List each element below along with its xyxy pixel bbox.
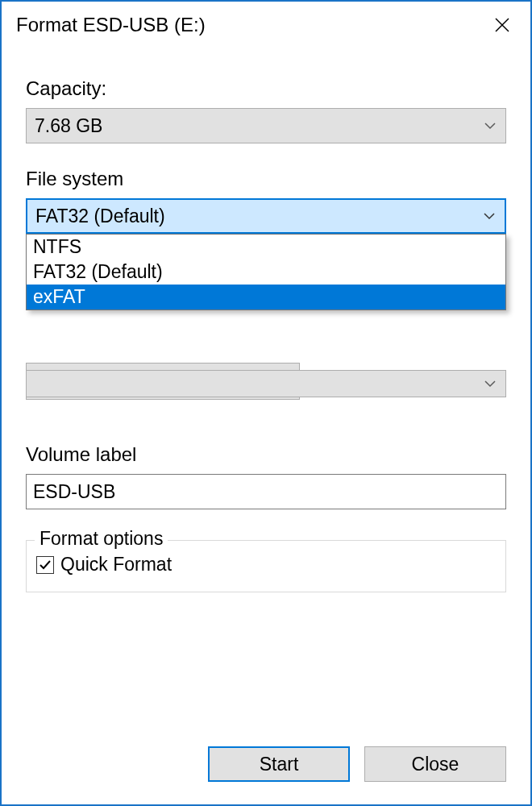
- format-dialog: Format ESD-USB (E:) Capacity: 7.68 GB Fi…: [0, 0, 532, 806]
- format-options-group: Format options Quick Format: [26, 540, 506, 592]
- filesystem-option-ntfs[interactable]: NTFS: [27, 235, 505, 260]
- dialog-footer: Start Close: [2, 746, 530, 804]
- volume-label-input[interactable]: [26, 474, 506, 509]
- chevron-down-icon: [483, 118, 497, 133]
- close-dialog-button[interactable]: Close: [364, 746, 506, 782]
- capacity-label: Capacity:: [26, 77, 506, 100]
- capacity-value: 7.68 GB: [35, 115, 483, 137]
- close-button[interactable]: [474, 2, 530, 48]
- filesystem-label: File system: [26, 168, 506, 190]
- filesystem-dropdown: NTFS FAT32 (Default) exFAT: [26, 234, 506, 310]
- quick-format-label: Quick Format: [60, 554, 172, 575]
- checkbox-box: [36, 556, 54, 574]
- filesystem-option-exfat[interactable]: exFAT: [27, 285, 505, 310]
- chevron-down-icon: [483, 376, 497, 391]
- checkmark-icon: [39, 559, 52, 571]
- filesystem-field: FAT32 (Default) NTFS FAT32 (Default) exF…: [26, 198, 506, 234]
- filesystem-value: FAT32 (Default): [35, 206, 482, 227]
- window-title: Format ESD-USB (E:): [16, 14, 474, 36]
- capacity-combo[interactable]: 7.68 GB: [26, 108, 506, 143]
- quick-format-checkbox[interactable]: Quick Format: [36, 554, 496, 575]
- start-button[interactable]: Start: [208, 746, 350, 782]
- dialog-body: Capacity: 7.68 GB File system FAT32 (Def…: [2, 48, 530, 746]
- chevron-down-icon: [482, 209, 497, 223]
- allocation-unit-combo[interactable]: [26, 370, 506, 397]
- filesystem-option-fat32[interactable]: FAT32 (Default): [27, 260, 505, 285]
- titlebar: Format ESD-USB (E:): [2, 2, 530, 48]
- filesystem-combo[interactable]: FAT32 (Default): [26, 198, 506, 234]
- volume-label-label: Volume label: [26, 443, 506, 466]
- close-icon: [494, 17, 510, 33]
- format-options-legend: Format options: [35, 528, 168, 550]
